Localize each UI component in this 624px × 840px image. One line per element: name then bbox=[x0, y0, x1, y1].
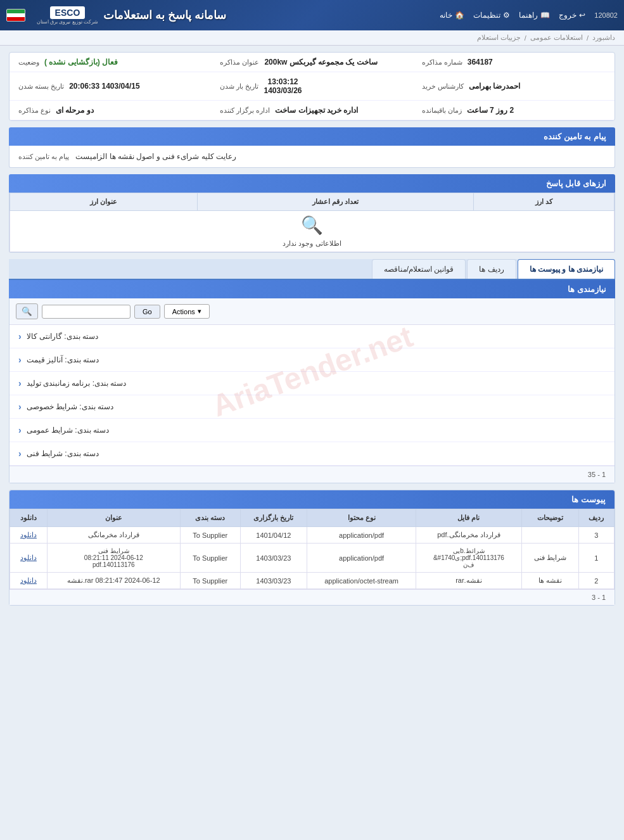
neg-title-value: ساخت یک مجموعه گیربکس 200kw bbox=[264, 58, 377, 67]
currencies-section: ارزهای قابل پاسخ کد ارز تعداد رقم اعشار … bbox=[9, 174, 615, 253]
info-cell-status: فعال (بازگشایی نشده ) وضعیت bbox=[10, 53, 211, 72]
status-value: فعال (بازگشایی نشده ) bbox=[44, 58, 118, 67]
neg-title-label: عنوان مذاکره bbox=[220, 58, 259, 67]
need-item-4-label: دسته بندی: شرایط عمومی bbox=[27, 426, 109, 435]
search-icon: 🔍 bbox=[22, 307, 32, 316]
supplier-msg-body: رعایت کلیه شرایء فنی و اصول نقشه ها الزا… bbox=[9, 146, 615, 168]
need-item-2-label: دسته بندی: برنامه زمانبندی تولید bbox=[27, 379, 127, 388]
needs-search-button[interactable]: 🔍 bbox=[16, 303, 38, 319]
attach-pagination: 1 - 3 bbox=[10, 589, 614, 605]
attach-row-1-content-type: application/pdf bbox=[307, 544, 416, 573]
need-item-4[interactable]: دسته بندی: شرایط عمومی ‹ bbox=[10, 419, 614, 442]
chevron-down-icon: ▾ bbox=[198, 307, 201, 315]
attach-row-1-date: 1403/03/23 bbox=[240, 544, 307, 573]
logo-subtitle: شرکت توزیع نیروی برق استان bbox=[37, 19, 98, 25]
download-link-1[interactable]: دانلود bbox=[20, 554, 37, 561]
attach-row-2-download: دانلود bbox=[10, 573, 48, 589]
needs-header: نیازمندی ها bbox=[9, 280, 615, 298]
info-cell-negtype: دو مرحله ای نوع مذاکره bbox=[10, 101, 211, 120]
nav-help[interactable]: 📖 راهنما bbox=[519, 11, 550, 20]
col-desc: توضیحات bbox=[521, 509, 578, 527]
closedate-label: تاریخ بسته شدن bbox=[18, 82, 64, 91]
attach-row-0-download: دانلود bbox=[10, 527, 48, 544]
flag-icon bbox=[6, 9, 25, 22]
need-item-3-label: دسته بندی: شرایط خصوصی bbox=[27, 402, 113, 411]
nav-home-label: خانه bbox=[440, 11, 452, 20]
currencies-empty-text: اطلاعاتی وجود ندارد bbox=[283, 239, 341, 247]
tab-needs-attachments[interactable]: نیازمندی ها و پیوست ها bbox=[518, 259, 615, 280]
attachments-header: پیوست ها bbox=[10, 490, 614, 509]
download-link-0[interactable]: دانلود bbox=[20, 531, 37, 538]
main-content: 364187 شماره مذاکره ساخت یک مجموعه گیربک… bbox=[0, 46, 624, 618]
negtype-value: دو مرحله ای bbox=[56, 106, 94, 115]
attachments-section: پیوست ها ردیف توضیحات نام فایل نوع محتوا… bbox=[9, 490, 615, 606]
need-item-5[interactable]: دسته بندی: شرایط فنی ‹ bbox=[10, 442, 614, 466]
attach-row-0-content-type: application/pdf bbox=[307, 527, 416, 544]
attach-row-0-title: قرارداد مخرمانگی bbox=[47, 527, 180, 544]
tab-container: نیازمندی ها و پیوست ها ردیف ها قوانین اس… bbox=[9, 259, 615, 280]
need-item-2[interactable]: دسته بندی: برنامه زمانبندی تولید ‹ bbox=[10, 372, 614, 395]
nav-home[interactable]: 🏠 خانه bbox=[440, 11, 464, 20]
nav-logout[interactable]: ↩ خروج bbox=[559, 11, 585, 20]
breadcrumb-sep2: / bbox=[525, 34, 526, 42]
settings-icon: ⚙ bbox=[503, 11, 510, 20]
attach-row-2-date: 1403/03/23 bbox=[240, 573, 307, 589]
attach-row-2-category: To Supplier bbox=[180, 573, 240, 589]
attach-row-1-title: شرایط فنی2024-06-12 08:21:11pdf.14011317… bbox=[47, 544, 180, 573]
chevron-right-icon-2: ‹ bbox=[18, 378, 22, 388]
attachments-table: ردیف توضیحات نام فایل نوع محتوا تاریخ با… bbox=[10, 509, 614, 589]
chevron-right-icon-1: ‹ bbox=[18, 355, 22, 365]
need-item-5-label: دسته بندی: شرایط فنی bbox=[27, 449, 99, 458]
nav-logout-label: خروج bbox=[559, 11, 576, 20]
attach-row-0-date: 1401/04/12 bbox=[240, 527, 307, 544]
needs-body: ▾ Actions Go 🔍 دسته بندی: گارانتی کالا ‹… bbox=[9, 298, 615, 483]
closedate-value: 1403/04/15 20:06:33 bbox=[69, 82, 139, 91]
attach-row-1-category: To Supplier bbox=[180, 544, 240, 573]
need-item-0[interactable]: دسته بندی: گارانتی کالا ‹ bbox=[10, 325, 614, 348]
breadcrumb-inquiries[interactable]: استعلامات عمومی bbox=[530, 34, 583, 42]
need-item-1[interactable]: دسته بندی: آنالیز قیمت ‹ bbox=[10, 348, 614, 372]
chevron-right-icon-5: ‹ bbox=[18, 449, 22, 459]
supplier-msg-label: پیام به تامین کننده bbox=[18, 153, 69, 161]
tab-rules[interactable]: قوانین استعلام/مناقصه bbox=[372, 259, 466, 279]
info-cell-loaddate: 13:03:12 1403/03/26 تاریخ بار شدن bbox=[211, 72, 412, 101]
breadcrumb-dashboard[interactable]: داشبورد bbox=[592, 34, 615, 42]
nav-settings[interactable]: ⚙ تنظیمات bbox=[473, 11, 510, 20]
need-item-1-label: دسته بندی: آنالیز قیمت bbox=[27, 355, 99, 364]
nav-right: سامانه پاسخ به استعلامات ESCO شرکت توزیع… bbox=[6, 6, 226, 25]
tab-rows[interactable]: ردیف ها bbox=[467, 259, 516, 279]
info-cell-negtitle: ساخت یک مجموعه گیربکس 200kw عنوان مذاکره bbox=[211, 53, 412, 72]
attach-row-2-title: 2024-06-12 08:21:47 rar.نقشه bbox=[47, 573, 180, 589]
chevron-right-icon-0: ‹ bbox=[18, 331, 22, 341]
needs-toolbar: ▾ Actions Go 🔍 bbox=[10, 298, 614, 325]
currencies-header: ارزهای قابل پاسخ bbox=[9, 174, 615, 193]
breadcrumb: داشبورد / استعلامات عمومی / جزییات استعل… bbox=[0, 30, 624, 46]
need-item-3[interactable]: دسته بندی: شرایط خصوصی ‹ bbox=[10, 395, 614, 419]
go-button[interactable]: Go bbox=[134, 305, 160, 319]
currencies-body: کد ارز تعداد رقم اعشار عنوان ارز 🔍 اطلاع… bbox=[9, 193, 615, 253]
nav-help-label: راهنما bbox=[519, 11, 538, 20]
remaining-label: زمان باقیمانده bbox=[422, 106, 462, 115]
download-link-2[interactable]: دانلود bbox=[20, 576, 37, 584]
home-icon: 🏠 bbox=[455, 11, 464, 20]
attach-row-2-content-type: application/octet-stream bbox=[307, 573, 416, 589]
col-row-num: ردیف bbox=[578, 509, 614, 527]
nav-left: 120802 ↩ خروج 📖 راهنما ⚙ تنظیمات 🏠 خانه bbox=[440, 11, 618, 20]
supplier-msg-value: رعایت کلیه شرایء فنی و اصول نقشه ها الزا… bbox=[75, 152, 236, 161]
attach-row-1-desc: شرایط فنی bbox=[521, 544, 578, 573]
breadcrumb-detail: جزییات استعلام bbox=[477, 34, 521, 42]
neg-number-value: 364187 bbox=[468, 58, 493, 67]
supplier-msg-header: پیام به تامین کننده bbox=[9, 127, 615, 146]
info-cell-remaining: 2 روز 7 ساعت زمان باقیمانده bbox=[413, 101, 614, 120]
help-icon: 📖 bbox=[540, 11, 550, 20]
col-content-type: نوع محتوا bbox=[307, 509, 416, 527]
actions-button[interactable]: ▾ Actions bbox=[164, 304, 210, 319]
needs-search-input[interactable] bbox=[42, 305, 131, 319]
col-download: دانلود bbox=[10, 509, 48, 527]
attach-row-1-num: 1 bbox=[578, 544, 614, 573]
user-id: 120802 bbox=[594, 11, 618, 19]
currencies-empty: 🔍 اطلاعاتی وجود ندارد bbox=[10, 211, 614, 252]
needs-section: نیازمندی ها ▾ Actions Go 🔍 دسته بندی: گا… bbox=[9, 280, 615, 483]
actions-label: Actions bbox=[172, 308, 195, 315]
buyer-value: احمدرضا بهرامی bbox=[469, 82, 520, 91]
